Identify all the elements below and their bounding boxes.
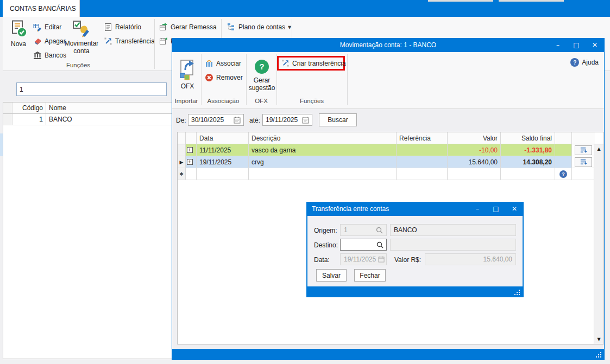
minimize-button[interactable]: – [549,38,567,52]
basket-icon [205,59,213,68]
descricao-cell[interactable] [249,168,397,180]
destino-code-input[interactable] [340,239,387,251]
row-indicator-cell[interactable] [178,144,186,156]
bank-icon [33,51,42,60]
gerar-remessa-button[interactable]: Gerar Remessa [159,23,217,31]
data-cell[interactable] [197,168,249,180]
buscar-button[interactable]: Buscar [319,113,357,126]
list-arrow-icon [580,158,588,166]
maximize-button[interactable]: □ [487,202,505,216]
row-selector-cell[interactable] [3,114,12,125]
gerar-sugestao-button[interactable]: ? Gerar sugestão [248,60,275,92]
close-button[interactable]: ✕ [586,38,604,52]
saldo-final-cell[interactable]: -1.331,80 [501,144,555,156]
account-codigo-cell[interactable]: 1 [12,114,46,125]
expand-cell[interactable]: + [186,156,197,168]
data-column-header[interactable]: Data [197,132,249,144]
associar-button[interactable]: Associar [205,59,241,68]
transaction-row[interactable]: + 11/11/2025 vasco da gama -10,00 -1.331… [178,144,603,156]
grid-vertical-scrollbar[interactable]: ▲ ▼ [594,144,603,344]
ajuda-label: Ajuda [582,59,599,66]
expand-cell[interactable]: + [186,144,197,156]
expand-icon[interactable]: + [187,147,193,153]
transferencia-titlebar[interactable]: Transferência entre contas – □ ✕ [306,202,524,216]
account-row[interactable]: 1 BANCO [3,114,172,125]
row-indicator-cell[interactable]: ▶ [178,156,186,168]
calendar-icon[interactable] [234,117,241,124]
remover-button[interactable]: Remover [205,73,243,82]
valor-column-header[interactable]: Valor [448,132,501,144]
row-detail-button[interactable] [575,157,592,167]
transferencia-statusbar [307,286,523,297]
referencia-column-header[interactable]: Referência [397,132,448,144]
maximize-button[interactable]: □ [567,38,586,52]
codigo-column-header[interactable]: Código [12,103,46,113]
expand-icon[interactable]: + [187,159,193,165]
calendar-icon[interactable] [302,117,309,124]
question-circle-blue-icon[interactable]: ? [559,170,567,178]
fechar-button[interactable]: Fechar [354,269,386,282]
criar-transferencia-button[interactable]: Criar transferência [279,58,343,69]
saldo-final-column-header[interactable]: Saldo final [501,132,555,144]
referencia-cell[interactable] [397,168,448,180]
transferencia-dialog: Transferência entre contas – □ ✕ Origem:… [306,202,524,297]
transferencia-dialog-title: Transferência entre contas [306,205,389,213]
accounts-table-header: Código Nome [3,103,172,114]
date-from-input[interactable] [188,114,244,126]
search-icon[interactable] [376,241,383,248]
toolbar-separator [347,54,348,105]
relatorio-button[interactable]: Relatório [104,23,141,31]
nova-label: Nova [11,40,26,48]
referencia-cell[interactable] [397,144,448,156]
question-circle-blue-icon: ? [570,58,579,67]
action-column-header [572,132,595,144]
date-from-value[interactable] [191,116,231,124]
valor-cell[interactable]: 15.640,00 [448,156,501,168]
destino-code-value[interactable] [343,241,374,248]
saldo-final-cell[interactable]: 14.308,20 [501,156,555,168]
nome-column-header[interactable]: Nome [46,103,172,113]
nova-button[interactable]: Nova [6,20,31,48]
salvar-button[interactable]: Salvar [316,269,347,282]
list-arrow-icon [580,146,588,154]
transaction-row-selected[interactable]: ▶ + 19/11/2025 crvg 15.640,00 14.308,20 [178,156,603,168]
movimentacao-titlebar[interactable]: Movimentação conta: 1 - BANCO – □ ✕ [172,38,604,52]
data-cell[interactable]: 19/11/2025 [197,156,249,168]
apagar-button[interactable]: Apagar [33,37,66,46]
minimize-button[interactable]: – [468,202,487,216]
account-filter-value[interactable] [20,86,163,93]
valor-cell[interactable] [448,168,501,180]
saldo-final-cell[interactable] [501,168,555,180]
origem-code-field: 1 [340,224,387,236]
movimentar-conta-button[interactable]: Movimentar conta [61,20,102,55]
date-to-input[interactable] [262,114,312,126]
scroll-up-icon[interactable]: ▲ [594,144,603,154]
valor-label: Valor R$: [394,256,421,264]
associar-label: Associar [216,60,241,67]
descricao-column-header[interactable]: Descrição [249,132,397,144]
account-nome-cell[interactable]: BANCO [46,114,172,125]
valor-cell[interactable]: -10,00 [448,144,501,156]
row-action-cell [572,156,595,168]
plano-de-contas-button[interactable]: Plano de contas ▼ [227,23,291,31]
descricao-cell[interactable]: vasco da gama [249,144,397,156]
referencia-cell[interactable] [397,156,448,168]
date-to-value[interactable] [266,116,300,124]
transferencia-button[interactable]: Transferência [104,37,155,46]
editar-button[interactable]: Editar [33,23,61,31]
row-detail-button[interactable] [575,145,592,155]
tab-contas-bancarias[interactable]: CONTAS BANCÁRIAS [3,0,80,17]
resize-grip[interactable] [514,289,520,295]
close-button[interactable]: ✕ [505,202,524,216]
resize-grip[interactable] [596,352,602,357]
ofx-import-button[interactable]: OFX [174,59,200,90]
descricao-cell[interactable]: crvg [249,156,397,168]
new-row-indicator-cell[interactable]: ∗ [178,168,186,180]
ajuda-button[interactable]: ? Ajuda [570,58,599,67]
account-filter-input[interactable] [16,82,167,96]
extra-column-header [555,132,572,144]
scroll-down-icon[interactable]: ▼ [594,335,603,344]
data-cell[interactable]: 11/11/2025 [197,144,249,156]
extra-cell [555,144,572,156]
new-transaction-row[interactable]: ∗ ? [178,168,603,180]
